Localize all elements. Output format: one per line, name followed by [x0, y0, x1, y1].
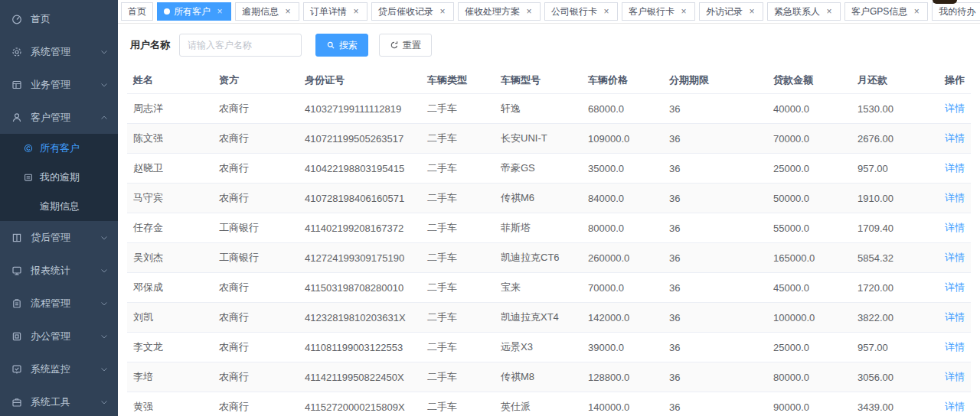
- detail-link[interactable]: 详情: [945, 192, 965, 203]
- tab-6[interactable]: 公司银行卡×: [544, 2, 618, 21]
- sidebar-item-8[interactable]: 系统监控: [0, 353, 118, 385]
- cell-loan_amount: 40000.0: [767, 94, 851, 124]
- cell-loan_amount: 90000.0: [767, 392, 851, 416]
- tab-9[interactable]: 紧急联系人×: [767, 2, 841, 21]
- sidebar-item-label: 系统工具: [31, 395, 70, 409]
- search-input[interactable]: [179, 34, 302, 57]
- cell-loan_amount: 55000.0: [767, 213, 851, 243]
- close-icon[interactable]: ×: [215, 7, 224, 16]
- tab-2[interactable]: 逾期信息×: [235, 2, 299, 21]
- cell-installment_term: 36: [663, 243, 767, 273]
- tab-label: 所有客户: [174, 5, 211, 18]
- search-button[interactable]: 搜索: [315, 34, 368, 57]
- cell-vehicle_price: 109000.0: [582, 124, 663, 154]
- cell-action: 详情: [931, 303, 971, 333]
- detail-link[interactable]: 详情: [945, 162, 965, 174]
- sidebar-submenu: 所有客户我的逾期逾期信息: [0, 134, 118, 221]
- cell-funder: 农商行: [213, 124, 299, 154]
- tab-4[interactable]: 贷后催收记录×: [371, 2, 454, 21]
- sidebar-item-2[interactable]: 业务管理: [0, 68, 118, 101]
- detail-link[interactable]: 详情: [945, 341, 965, 353]
- sidebar-item-label: 报表统计: [31, 264, 70, 278]
- table-row: 吴刘杰工商银行412724199309175190二手车凯迪拉克CT626000…: [127, 243, 971, 273]
- tab-7[interactable]: 客户银行卡×: [622, 2, 695, 21]
- close-icon[interactable]: ×: [438, 7, 447, 16]
- chevron-up-icon: [100, 113, 109, 122]
- sidebar-item-0[interactable]: 首页: [0, 2, 118, 35]
- close-icon[interactable]: ×: [825, 7, 834, 16]
- active-tab-dot: [164, 8, 170, 15]
- overdue-icon: [23, 172, 34, 183]
- sidebar-item-label: 贷后管理: [31, 231, 70, 245]
- close-icon[interactable]: ×: [602, 7, 611, 16]
- close-icon[interactable]: ×: [524, 7, 534, 16]
- tab-1[interactable]: 所有客户×: [157, 2, 231, 21]
- cell-vehicle_model: 长安UNI-T: [495, 124, 582, 154]
- sidebar-subitem-2[interactable]: 逾期信息: [0, 192, 118, 221]
- tab-label: 订单详情: [310, 5, 347, 18]
- cell-vehicle_price: 80000.0: [582, 213, 663, 243]
- sidebar-item-label: 系统管理: [31, 45, 70, 59]
- detail-link[interactable]: 详情: [945, 102, 965, 114]
- tab-3[interactable]: 订单详情×: [303, 2, 368, 21]
- cell-funder: 工商银行: [213, 213, 299, 243]
- sidebar-item-9[interactable]: 系统工具: [0, 385, 118, 416]
- table-row: 马守宾农商行410728198406160571二手车传祺M684000.036…: [127, 184, 971, 213]
- cell-action: 详情: [931, 213, 971, 243]
- sidebar-item-3[interactable]: 客户管理: [0, 101, 118, 134]
- detail-link[interactable]: 详情: [945, 281, 965, 293]
- cell-vehicle_type: 二手车: [421, 124, 495, 154]
- sidebar-item-7[interactable]: 办公管理: [0, 320, 118, 353]
- tab-0[interactable]: 首页: [121, 2, 153, 21]
- cell-loan_amount: 45000.0: [767, 273, 851, 303]
- tools-icon: [11, 396, 23, 408]
- cell-action: 详情: [931, 362, 971, 392]
- cell-funder: 农商行: [213, 94, 299, 124]
- tab-11[interactable]: 我的待办×: [932, 2, 980, 21]
- close-icon[interactable]: ×: [351, 7, 361, 16]
- tab-5[interactable]: 催收处理方案×: [458, 2, 541, 21]
- sidebar-subitem-0[interactable]: 所有客户: [0, 134, 118, 163]
- sidebar-item-5[interactable]: 报表统计: [0, 254, 118, 287]
- search-icon: [326, 41, 335, 50]
- column-header-name: 姓名: [127, 67, 213, 94]
- sidebar-item-4[interactable]: 贷后管理: [0, 221, 118, 254]
- cell-monthly_payment: 3822.00: [851, 303, 931, 333]
- close-icon[interactable]: ×: [679, 7, 688, 16]
- cell-action: 详情: [931, 273, 971, 303]
- cell-vehicle_type: 二手车: [421, 333, 495, 362]
- column-header-monthly_payment: 月还款: [851, 67, 931, 94]
- sidebar-item-6[interactable]: 流程管理: [0, 287, 118, 320]
- close-icon[interactable]: ×: [912, 7, 921, 16]
- close-icon[interactable]: ×: [283, 7, 292, 16]
- cell-name: 任存金: [127, 213, 213, 243]
- cell-vehicle_type: 二手车: [421, 362, 495, 392]
- tab-label: 紧急联系人: [774, 5, 820, 18]
- detail-link[interactable]: 详情: [945, 401, 965, 412]
- cell-vehicle_type: 二手车: [421, 94, 495, 124]
- detail-link[interactable]: 详情: [945, 252, 965, 263]
- tab-10[interactable]: 客户GPS信息×: [844, 2, 928, 21]
- tab-8[interactable]: 外访记录×: [699, 2, 763, 21]
- search-form: 用户名称 搜索 重置: [130, 34, 971, 57]
- detail-link[interactable]: 详情: [945, 222, 965, 233]
- detail-link[interactable]: 详情: [945, 311, 965, 323]
- tab-label: 客户银行卡: [629, 5, 675, 18]
- cell-vehicle_model: 传祺M6: [495, 184, 582, 213]
- content: 用户名称 搜索 重置 姓名资方身份证号车辆类型车辆型号车辆价格分期期限贷款金额月…: [118, 24, 980, 416]
- sidebar-subitem-1[interactable]: 我的逾期: [0, 163, 118, 192]
- chevron-down-icon: [100, 266, 109, 275]
- close-icon[interactable]: ×: [747, 7, 756, 16]
- reset-button[interactable]: 重置: [379, 34, 432, 57]
- cell-vehicle_model: 凯迪拉克XT4: [495, 303, 582, 333]
- detail-link[interactable]: 详情: [945, 371, 965, 382]
- cell-id_number: 41232819810203631X: [299, 303, 421, 333]
- cell-monthly_payment: 1709.40: [851, 213, 931, 243]
- table-row: 刘凯农商行41232819810203631X二手车凯迪拉克XT4142000.…: [127, 303, 971, 333]
- cell-funder: 农商行: [213, 273, 299, 303]
- avatar[interactable]: [933, 0, 957, 4]
- sidebar-item-1[interactable]: 系统管理: [0, 35, 118, 68]
- cell-installment_term: 36: [663, 124, 767, 154]
- home-icon: [11, 13, 23, 25]
- detail-link[interactable]: 详情: [945, 132, 965, 144]
